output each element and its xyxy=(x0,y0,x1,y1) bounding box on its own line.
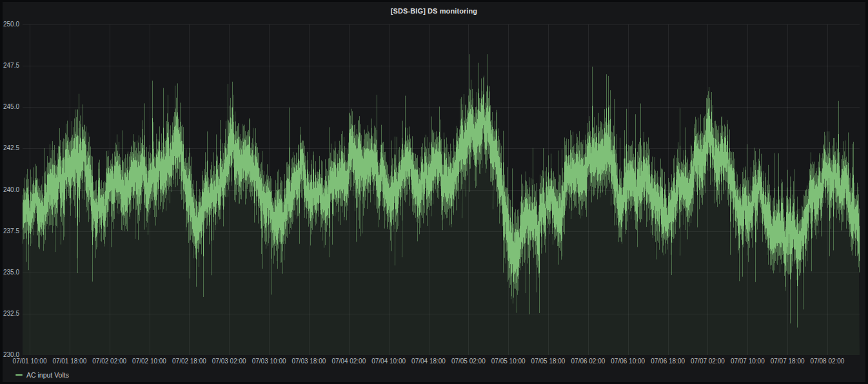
x-axis-tick-label: 07/03 02:00 xyxy=(212,358,246,365)
x-axis-tick-label: 07/01 18:00 xyxy=(52,358,86,365)
legend-label: AC input Volts xyxy=(26,370,69,379)
x-axis-tick-label: 07/03 10:00 xyxy=(252,358,286,365)
x-axis-tick-label: 07/03 18:00 xyxy=(291,358,326,365)
x-axis-tick-label: 07/06 18:00 xyxy=(651,358,685,365)
y-axis-tick-label: 242.5 xyxy=(3,144,19,152)
x-axis-tick-label: 07/06 02:00 xyxy=(571,358,606,365)
y-axis: 250.0247.5245.0242.5240.0237.5235.0232.5… xyxy=(3,24,19,355)
x-axis: 07/01 10:0007/01 18:0007/02 02:0007/02 1… xyxy=(23,358,860,367)
x-axis-tick-label: 07/02 10:00 xyxy=(132,358,166,365)
x-axis-tick-label: 07/02 02:00 xyxy=(92,358,126,365)
x-axis-tick-label: 07/07 10:00 xyxy=(731,358,765,365)
y-axis-tick-label: 235.0 xyxy=(3,269,19,276)
x-axis-tick-label: 07/05 10:00 xyxy=(491,358,526,365)
y-axis-tick-label: 245.0 xyxy=(3,103,19,111)
x-axis-tick-label: 07/07 02:00 xyxy=(691,358,725,365)
x-axis-tick-label: 07/05 18:00 xyxy=(531,358,566,365)
x-axis-tick-label: 07/04 02:00 xyxy=(331,358,366,365)
x-axis-tick-label: 07/08 02:00 xyxy=(811,358,845,365)
x-axis-tick-label: 07/04 18:00 xyxy=(411,358,446,365)
x-axis-tick-label: 07/07 18:00 xyxy=(771,358,805,365)
y-axis-tick-label: 247.5 xyxy=(3,62,19,70)
panel-title[interactable]: [SDS-BIG] DS monitoring xyxy=(3,7,865,15)
legend-item-ac-input-volts[interactable]: AC input Volts xyxy=(15,370,69,380)
y-axis-tick-label: 232.5 xyxy=(3,310,19,318)
y-axis-tick-label: 240.0 xyxy=(3,186,19,194)
timeseries-canvas[interactable] xyxy=(23,24,860,355)
series-color-dash-icon xyxy=(15,374,23,376)
x-axis-tick-label: 07/01 10:00 xyxy=(13,358,47,365)
chart-plot-area xyxy=(23,24,860,355)
y-axis-tick-label: 250.0 xyxy=(3,21,19,28)
y-axis-tick-label: 237.5 xyxy=(3,227,19,235)
x-axis-tick-label: 07/02 18:00 xyxy=(172,358,206,365)
x-axis-tick-label: 07/04 10:00 xyxy=(371,358,406,365)
x-axis-tick-label: 07/06 10:00 xyxy=(611,358,645,365)
x-axis-tick-label: 07/05 02:00 xyxy=(451,358,486,365)
grafana-panel: [SDS-BIG] DS monitoring 250.0247.5245.02… xyxy=(3,2,865,382)
